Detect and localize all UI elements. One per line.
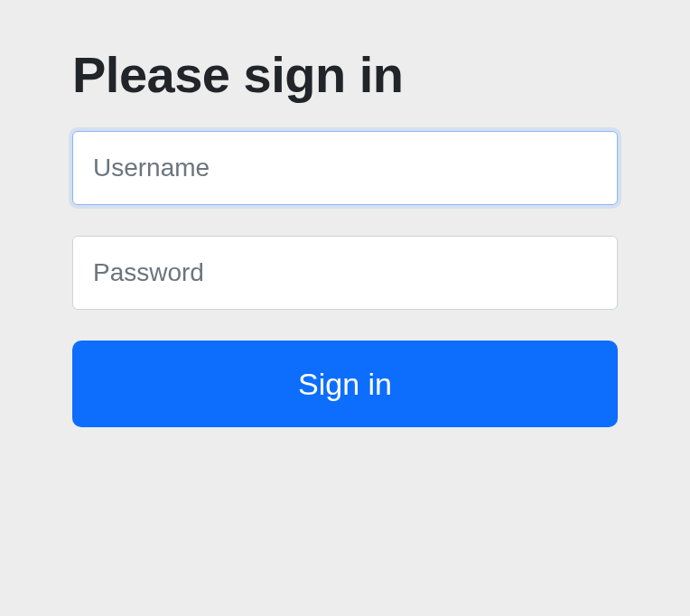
password-input[interactable] — [72, 236, 618, 310]
signin-form: Please sign in Sign in — [72, 45, 618, 427]
signin-button[interactable]: Sign in — [72, 341, 618, 427]
page-title: Please sign in — [72, 45, 618, 104]
username-input[interactable] — [72, 131, 618, 205]
